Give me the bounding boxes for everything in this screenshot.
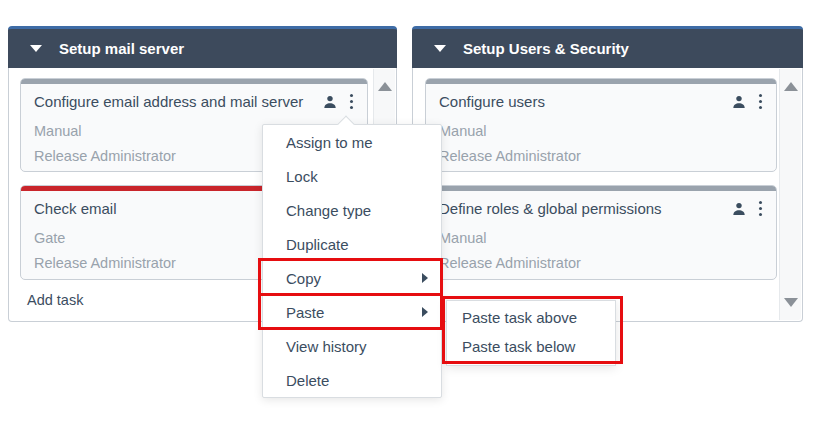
- menu-item-delete[interactable]: Delete: [263, 363, 441, 397]
- paste-submenu: Paste task above Paste task below: [446, 300, 616, 366]
- submenu-arrow-icon: [422, 273, 428, 283]
- task-menu-kebab-icon[interactable]: [758, 92, 763, 111]
- phase-scrollbar[interactable]: [779, 69, 801, 320]
- task-card[interactable]: Configure users Manual Release Administr…: [425, 78, 777, 172]
- task-card[interactable]: Define roles & global permissions Manual…: [425, 185, 777, 280]
- task-context-menu: Assign to me Lock Change type Duplicate …: [262, 124, 442, 398]
- collapse-caret-icon[interactable]: [434, 45, 446, 52]
- task-title: Configure users: [439, 93, 545, 110]
- menu-item-label: Lock: [286, 168, 318, 185]
- menu-item-label: Duplicate: [286, 236, 349, 253]
- menu-item-assign-to-me[interactable]: Assign to me: [263, 125, 441, 159]
- task-menu-kebab-icon[interactable]: [758, 199, 763, 218]
- phase-title: Setup mail server: [59, 40, 184, 57]
- task-assignee: Release Administrator: [439, 251, 764, 276]
- scroll-down-icon[interactable]: [784, 298, 798, 307]
- assignee-icon[interactable]: [322, 94, 338, 110]
- menu-item-label: Assign to me: [286, 134, 373, 151]
- phase-body: Configure users Manual Release Administr…: [412, 68, 803, 322]
- add-task-button[interactable]: Add task: [27, 292, 83, 308]
- submenu-item-label: Paste task above: [462, 309, 577, 326]
- task-menu-kebab-icon[interactable]: [349, 92, 354, 111]
- phase-title: Setup Users & Security: [463, 40, 629, 57]
- collapse-caret-icon[interactable]: [30, 45, 42, 52]
- task-assignee: Release Administrator: [439, 144, 764, 169]
- phase-header[interactable]: Setup mail server: [8, 26, 397, 68]
- menu-item-duplicate[interactable]: Duplicate: [263, 227, 441, 261]
- menu-item-label: View history: [286, 338, 367, 355]
- menu-item-label: Paste: [286, 304, 324, 321]
- assignee-icon[interactable]: [731, 94, 747, 110]
- submenu-item-paste-task-above[interactable]: Paste task above: [447, 303, 615, 332]
- task-title: Configure email address and mail server: [34, 93, 303, 110]
- submenu-item-paste-task-below[interactable]: Paste task below: [447, 332, 615, 361]
- phase-header[interactable]: Setup Users & Security: [412, 26, 803, 68]
- menu-item-label: Change type: [286, 202, 371, 219]
- phase-column-users-security: Setup Users & Security Configure users M…: [412, 26, 803, 322]
- scroll-up-icon[interactable]: [784, 82, 798, 91]
- menu-item-view-history[interactable]: View history: [263, 329, 441, 363]
- menu-item-lock[interactable]: Lock: [263, 159, 441, 193]
- submenu-item-label: Paste task below: [462, 338, 575, 355]
- menu-item-copy[interactable]: Copy: [263, 261, 441, 295]
- task-title: Check email: [34, 200, 117, 217]
- menu-item-change-type[interactable]: Change type: [263, 193, 441, 227]
- task-type: Manual: [439, 119, 764, 144]
- task-type: Manual: [439, 226, 764, 251]
- submenu-arrow-icon: [422, 307, 428, 317]
- scroll-up-icon[interactable]: [378, 82, 392, 91]
- menu-item-paste[interactable]: Paste: [263, 295, 441, 329]
- assignee-icon[interactable]: [731, 201, 747, 217]
- task-title: Define roles & global permissions: [439, 200, 662, 217]
- menu-item-label: Delete: [286, 372, 329, 389]
- menu-item-label: Copy: [286, 270, 321, 287]
